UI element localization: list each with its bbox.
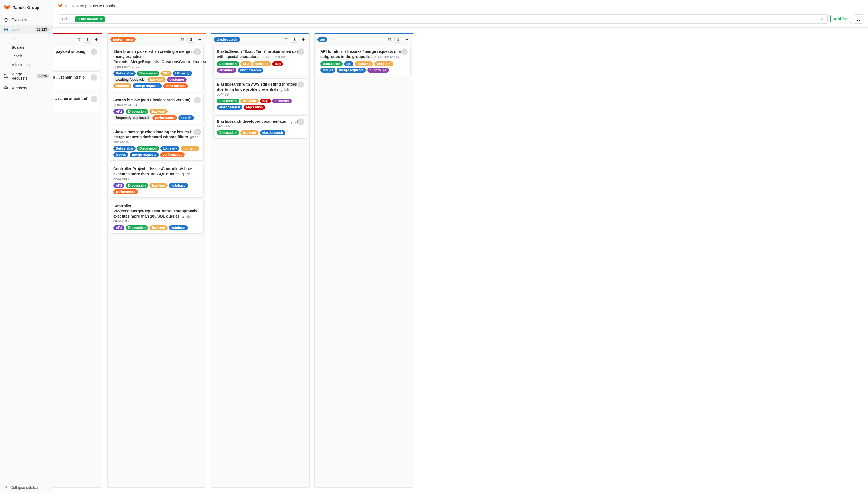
column-cards[interactable]: …ilestones data- …when payload is using …: [53, 45, 102, 116]
avatar[interactable]: [298, 119, 304, 125]
avatar[interactable]: [193, 48, 200, 55]
nav-sub-boards[interactable]: Boards: [12, 43, 53, 52]
avatar[interactable]: [298, 81, 304, 88]
filter-chip[interactable]: ~Discussion ✕: [75, 16, 105, 22]
label-frontend[interactable]: frontend: [181, 146, 199, 151]
label-database[interactable]: database: [169, 226, 188, 230]
label-Discussion[interactable]: Discussion: [217, 99, 239, 104]
label-frontend[interactable]: frontend: [113, 83, 131, 88]
card[interactable]: Controller Projects::MergeRequestsContro…: [110, 200, 204, 234]
label-Discussion[interactable]: Discussion: [126, 183, 148, 188]
add-card-button[interactable]: +: [404, 36, 410, 43]
label-elasticsearch[interactable]: elasticsearch: [238, 68, 263, 72]
nav-sub-list[interactable]: List: [12, 35, 53, 43]
label-Discussion[interactable]: Discussion: [217, 130, 239, 135]
label-AP2[interactable]: AP2: [113, 183, 124, 188]
delete-list-button[interactable]: [179, 36, 186, 43]
expand-button[interactable]: [854, 14, 863, 24]
board-area[interactable]: hidden-left 3 + …ilestones data- …when p…: [53, 28, 868, 493]
label-backend[interactable]: backend: [241, 130, 259, 135]
label-bug[interactable]: bug: [272, 62, 283, 66]
label-awaiting-feedback[interactable]: awaiting feedback: [113, 77, 146, 82]
add-card-button[interactable]: +: [93, 36, 100, 43]
card[interactable]: Slow branch picker when creating a merge…: [110, 45, 204, 92]
label-SP2[interactable]: SP2: [241, 62, 252, 66]
add-card-button[interactable]: +: [300, 36, 307, 43]
label-Discussion[interactable]: Discussion: [321, 62, 343, 66]
add-list-button[interactable]: Add list: [830, 15, 851, 23]
label-backend[interactable]: backend: [149, 226, 167, 230]
avatar[interactable]: [90, 95, 97, 102]
label-backend[interactable]: backend: [253, 62, 271, 66]
card[interactable]: …me inside Changes-tab … renaming file S…: [53, 71, 100, 90]
label-performance[interactable]: performance: [163, 83, 188, 88]
column-cards[interactable]: Slow branch picker when creating a merge…: [108, 45, 206, 238]
card[interactable]: ElasticSearch "Exact Term" broken when u…: [213, 45, 307, 76]
label-subgroups[interactable]: subgroups: [367, 68, 389, 72]
column-title[interactable]: api: [317, 37, 328, 42]
label-merge-requests[interactable]: merge requests: [133, 83, 162, 88]
nav-sub-milestones[interactable]: Milestones: [12, 60, 53, 69]
avatar[interactable]: [194, 97, 201, 104]
card[interactable]: …e Issue' using project … name at point …: [53, 93, 100, 112]
label-direction[interactable]: direction: [374, 62, 393, 66]
label-performance[interactable]: performance: [160, 152, 185, 157]
label-customer[interactable]: customer: [272, 99, 292, 104]
label-elasticsearch[interactable]: elasticsearch: [217, 105, 242, 110]
label-merge-requests[interactable]: merge requests: [129, 152, 159, 157]
delete-list-button[interactable]: [386, 36, 393, 43]
label-frequently-duplicated[interactable]: frequently duplicated: [113, 115, 151, 120]
column-cards[interactable]: API to return all issues / merge request…: [315, 45, 413, 81]
card[interactable]: Controller Projects::IssuesController#sh…: [110, 163, 204, 198]
label-UX-ready[interactable]: UX ready: [161, 146, 180, 151]
label-issues[interactable]: issues: [321, 68, 335, 72]
close-icon[interactable]: ✕: [100, 17, 103, 21]
label-search[interactable]: search: [178, 115, 194, 120]
label-elasticsearch[interactable]: elasticsearch: [260, 130, 286, 135]
label-customer[interactable]: customer: [217, 68, 236, 72]
label-Deliverable[interactable]: Deliverable: [113, 146, 136, 151]
label-performance[interactable]: performance: [113, 189, 138, 194]
card[interactable]: Show a message when loading the issues /…: [110, 126, 204, 161]
label-AP2[interactable]: AP2: [113, 109, 124, 114]
delete-list-button[interactable]: [76, 36, 82, 43]
label-api[interactable]: api: [344, 62, 353, 66]
label-SP2[interactable]: SP2: [161, 71, 171, 76]
label-backend[interactable]: backend: [147, 77, 166, 82]
card[interactable]: Elasticsearch with AWS still getting thr…: [213, 78, 307, 113]
column-cards[interactable]: ElasticSearch "Exact Term" broken when u…: [211, 45, 309, 143]
breadcrumb-group[interactable]: Tanuki-Group: [64, 4, 87, 8]
avatar[interactable]: [298, 48, 304, 55]
label-regression[interactable]: regression: [244, 105, 265, 110]
card[interactable]: Elasticsearch developer documentation gi…: [213, 115, 307, 139]
label-Discussion[interactable]: Discussion: [126, 109, 148, 114]
label-Deliverable[interactable]: Deliverable: [113, 71, 136, 76]
label-Discussion[interactable]: Discussion: [217, 62, 239, 66]
label-performance[interactable]: performance: [152, 115, 177, 120]
label-Discussion[interactable]: Discussion: [126, 226, 148, 230]
nav-item-overview[interactable]: Overview: [0, 15, 53, 25]
avatar[interactable]: [193, 129, 200, 135]
nav-sub-labels[interactable]: Labels: [12, 52, 53, 60]
label-Discussion[interactable]: Discussion: [137, 146, 159, 151]
label-backend[interactable]: backend: [355, 62, 373, 66]
delete-list-button[interactable]: [283, 36, 289, 43]
card[interactable]: Search is slow (non-Elasticsearch versio…: [110, 94, 204, 124]
nav-item-merge-requests[interactable]: Merge Requests 1,025: [0, 69, 53, 83]
collapse-sidebar[interactable]: Collapse sidebar: [0, 481, 53, 493]
filter-bar[interactable]: Label ~Discussion ✕ ×: [58, 14, 828, 24]
avatar[interactable]: [90, 74, 97, 81]
avatar[interactable]: [401, 48, 408, 55]
card[interactable]: …ilestones data- …when payload is using …: [53, 45, 100, 69]
label-Discussion[interactable]: Discussion: [137, 71, 159, 76]
label-backend[interactable]: backend: [241, 99, 259, 104]
column-title[interactable]: performance: [110, 37, 136, 42]
label-merge-requests[interactable]: merge requests: [337, 68, 366, 72]
label-bug[interactable]: bug: [260, 99, 271, 104]
label-issues[interactable]: issues: [113, 152, 128, 157]
add-card-button[interactable]: +: [197, 36, 203, 43]
label-UX-ready[interactable]: UX ready: [173, 71, 192, 76]
nav-item-members[interactable]: Members: [0, 83, 53, 93]
clear-filter-button[interactable]: ×: [819, 17, 825, 21]
card[interactable]: API to return all issues / merge request…: [317, 45, 411, 76]
